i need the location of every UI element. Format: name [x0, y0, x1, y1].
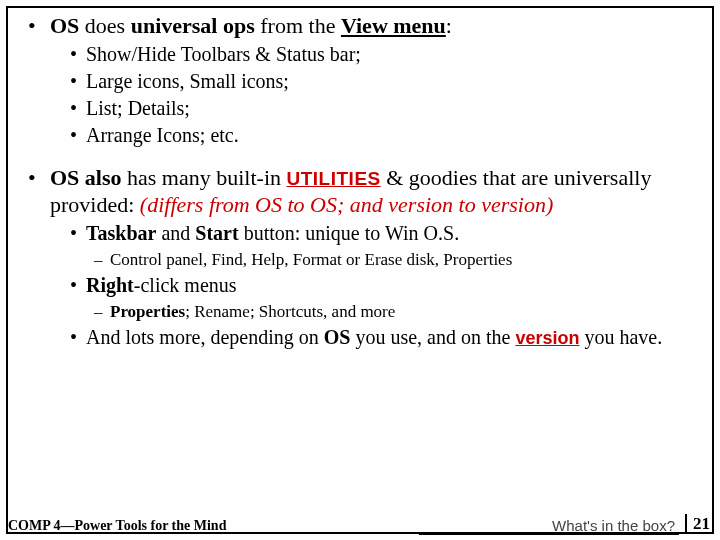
bullet-text: Right-click menus	[86, 273, 700, 298]
text-start: Start	[195, 222, 238, 244]
bullet-os-utilities: • OS also has many built-in UTILITIES & …	[28, 164, 700, 219]
text-taskbar: Taskbar	[86, 222, 156, 244]
text-properties: Properties	[110, 302, 185, 321]
bullet-list-details: • List; Details;	[70, 96, 700, 121]
bullet-text: List; Details;	[86, 96, 700, 121]
bullet-show-hide: • Show/Hide Toolbars & Status bar;	[70, 42, 700, 67]
dash-icon: –	[94, 249, 110, 270]
text-version: version	[515, 328, 579, 348]
text-os2: OS	[324, 326, 351, 348]
bullet-text: Large icons, Small icons;	[86, 69, 700, 94]
text-unique-win: button: unique to Win O.S.	[239, 222, 460, 244]
text-you-use: you use, and on the	[350, 326, 515, 348]
bullet-text: Show/Hide Toolbars & Status bar;	[86, 42, 700, 67]
bullet-text: Taskbar and Start button: unique to Win …	[86, 221, 700, 246]
bullet-dot-icon: •	[28, 164, 50, 219]
bullet-arrange-icons: • Arrange Icons; etc.	[70, 123, 700, 148]
footer-subtitle: What's in the box?	[226, 517, 679, 534]
slide-footer: COMP 4—Power Tools for the Mind What's i…	[8, 512, 712, 534]
footer-divider	[685, 514, 687, 534]
bullet-taskbar-start: • Taskbar and Start button: unique to Wi…	[70, 221, 700, 246]
dash-icon: –	[94, 301, 110, 322]
text-you-have: you have.	[579, 326, 662, 348]
text-os: OS	[50, 13, 79, 38]
text-and: and	[156, 222, 195, 244]
bullet-dot-icon: •	[70, 273, 86, 298]
bullet-text: Properties; Rename; Shortcuts, and more	[110, 301, 700, 322]
bullet-dot-icon: •	[70, 221, 86, 246]
bullet-text: And lots more, depending on OS you use, …	[86, 325, 700, 350]
text-builtin: has many built-in	[122, 165, 287, 190]
bullet-control-panel: – Control panel, Find, Help, Format or E…	[94, 249, 700, 270]
text-click-menus: -click menus	[134, 274, 237, 296]
text-mid: does	[79, 13, 130, 38]
bullet-text: Arrange Icons; etc.	[86, 123, 700, 148]
text-from: from the	[255, 13, 341, 38]
text-view-menu: View menu	[341, 13, 446, 38]
text-differs-note: (differs from OS to OS; and version to v…	[140, 192, 553, 217]
bullet-dot-icon: •	[70, 123, 86, 148]
text-colon: :	[446, 13, 452, 38]
text-utilities: UTILITIES	[287, 168, 381, 189]
bullet-dot-icon: •	[28, 12, 50, 40]
footer-underline	[419, 534, 679, 535]
bullet-large-small-icons: • Large icons, Small icons;	[70, 69, 700, 94]
bullet-dot-icon: •	[70, 96, 86, 121]
text-os-also: OS also	[50, 165, 122, 190]
bullet-text: Control panel, Find, Help, Format or Era…	[110, 249, 700, 270]
bullet-text: OS does universal ops from the View menu…	[50, 12, 700, 40]
bullet-os-view-menu: • OS does universal ops from the View me…	[28, 12, 700, 40]
text-rename-shortcuts: ; Rename; Shortcuts, and more	[185, 302, 395, 321]
bullet-dot-icon: •	[70, 42, 86, 67]
bullet-text: OS also has many built-in UTILITIES & go…	[50, 164, 700, 219]
footer-subtitle-text: What's in the box?	[552, 517, 675, 534]
bullet-dot-icon: •	[70, 325, 86, 350]
footer-course-title: COMP 4—Power Tools for the Mind	[8, 518, 226, 534]
footer-page-number: 21	[693, 514, 712, 534]
bullet-right-click: • Right-click menus	[70, 273, 700, 298]
text-right: Right	[86, 274, 134, 296]
bullet-lots-more: • And lots more, depending on OS you use…	[70, 325, 700, 350]
text-universal-ops: universal ops	[131, 13, 255, 38]
text-lots-more: And lots more, depending on	[86, 326, 324, 348]
slide-content: • OS does universal ops from the View me…	[28, 10, 700, 350]
bullet-properties-rename: – Properties; Rename; Shortcuts, and mor…	[94, 301, 700, 322]
bullet-dot-icon: •	[70, 69, 86, 94]
